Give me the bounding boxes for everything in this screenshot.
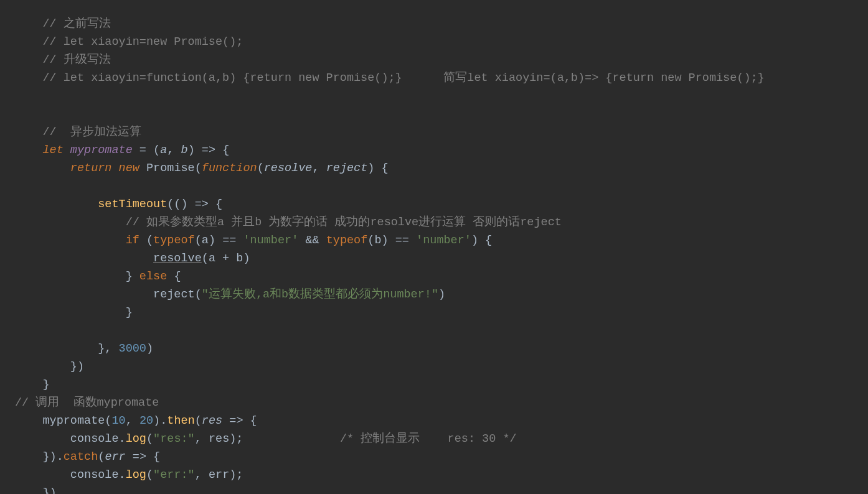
code-line: }) <box>15 487 57 494</box>
code-line: }) <box>15 360 84 373</box>
blank-line <box>15 324 22 337</box>
code-line: } <box>15 306 133 319</box>
comment-line: // let xiaoyin=new Promise(); <box>15 35 243 49</box>
blank-line <box>15 90 22 103</box>
comment-line: // let xiaoyin=function(a,b) {return new… <box>15 72 765 85</box>
comment-line: // 调用 函数mypromate <box>15 396 159 409</box>
code-editor[interactable]: // 之前写法 // let xiaoyin=new Promise(); //… <box>0 0 868 494</box>
code-line: console.log("res:", res); /* 控制台显示 res: … <box>15 432 517 445</box>
comment-line: // 升级写法 <box>15 54 111 67</box>
comment-line: // 之前写法 <box>15 17 111 30</box>
code-line: if (typeof(a) == 'number' && typeof(b) =… <box>15 234 492 247</box>
code-line: setTimeout(() => { <box>15 198 222 211</box>
code-line: reject("运算失败,a和b数据类型都必须为number!") <box>15 288 445 301</box>
code-line: } <box>15 378 50 391</box>
blank-line <box>15 108 22 121</box>
comment-line: // 如果参数类型a 并且b 为数字的话 成功的resolve进行运算 否则的话… <box>15 216 562 229</box>
blank-line <box>15 180 22 193</box>
code-line: } else { <box>15 270 181 283</box>
code-line: let mypromate = (a, b) => { <box>15 144 229 157</box>
code-line: resolve(a + b) <box>15 252 250 265</box>
comment-line: // 异步加法运算 <box>15 126 141 139</box>
code-line: mypromate(10, 20).then(res => { <box>15 414 257 427</box>
code-line: }).catch(err => { <box>15 450 160 464</box>
code-line: }, 3000) <box>15 342 153 355</box>
code-line: return new Promise(function(resolve, rej… <box>15 162 389 175</box>
code-line: console.log("err:", err); <box>15 468 243 482</box>
